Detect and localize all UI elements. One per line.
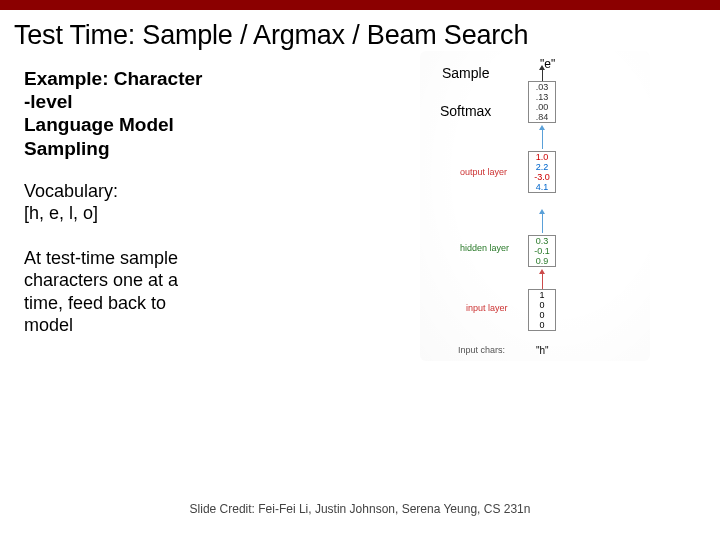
softmax-label: Softmax (440, 103, 491, 119)
input-chars-label: Input chars: (458, 345, 505, 355)
cell: 1.0 (529, 152, 555, 162)
input-layer-label: input layer (466, 303, 508, 313)
slide-credit: Slide Credit: Fei-Fei Li, Justin Johnson… (0, 502, 720, 516)
sample-label: Sample (442, 65, 489, 81)
hidden-vector: 0.3 -0.1 0.9 (528, 235, 556, 267)
cell: 0 (529, 300, 555, 310)
example-heading: Example: Character -level Language Model… (24, 67, 324, 160)
arrow-hidden (542, 213, 543, 233)
softmax-vector: .03 .13 .00 .84 (528, 81, 556, 123)
text-line: characters one at a (24, 269, 324, 292)
input-char-h: "h" (536, 345, 549, 356)
input-vector: 1 0 0 0 (528, 289, 556, 331)
rnn-diagram: Sample Softmax "e" .03 .13 .00 .84 1.0 2… (360, 59, 640, 359)
testtime-block: At test-time sample characters one at a … (24, 247, 324, 337)
cell: -3.0 (529, 172, 555, 182)
heading-line: Sampling (24, 137, 324, 160)
text-line: At test-time sample (24, 247, 324, 270)
vocab-label: Vocabulary: (24, 180, 324, 203)
vocab-value: [h, e, l, o] (24, 202, 324, 225)
cell: 2.2 (529, 162, 555, 172)
cell: 0.3 (529, 236, 555, 246)
text-line: time, feed back to (24, 292, 324, 315)
cell: -0.1 (529, 246, 555, 256)
cell: .84 (529, 112, 555, 122)
accent-bar (0, 0, 720, 10)
cell: .00 (529, 102, 555, 112)
heading-line: Example: Character (24, 67, 324, 90)
content-row: Example: Character -level Language Model… (0, 59, 720, 359)
heading-line: Language Model (24, 113, 324, 136)
left-column: Example: Character -level Language Model… (24, 59, 324, 359)
output-vector: 1.0 2.2 -3.0 4.1 (528, 151, 556, 193)
arrow-sample (542, 69, 543, 81)
heading-line: -level (24, 90, 324, 113)
cell: .13 (529, 92, 555, 102)
cell: 0 (529, 310, 555, 320)
cell: 0 (529, 320, 555, 330)
cell: .03 (529, 82, 555, 92)
output-layer-label: output layer (460, 167, 507, 177)
cell: 0.9 (529, 256, 555, 266)
slide-title: Test Time: Sample / Argmax / Beam Search (0, 10, 720, 59)
text-line: model (24, 314, 324, 337)
vocab-block: Vocabulary: [h, e, l, o] (24, 180, 324, 225)
hidden-layer-label: hidden layer (460, 243, 509, 253)
cell: 1 (529, 290, 555, 300)
arrow-output (542, 129, 543, 149)
right-column: Sample Softmax "e" .03 .13 .00 .84 1.0 2… (324, 59, 696, 359)
arrow-input (542, 273, 543, 289)
cell: 4.1 (529, 182, 555, 192)
